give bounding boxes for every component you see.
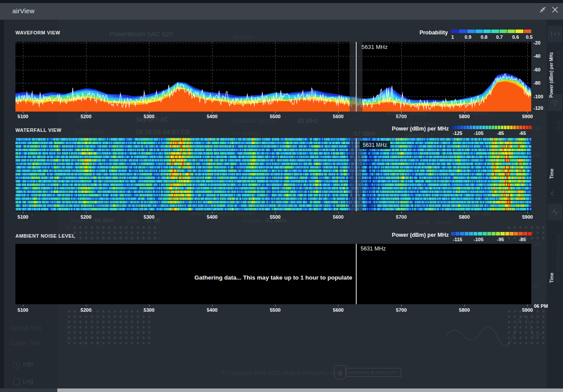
colorbar-tick-label: -115 xyxy=(453,237,462,242)
power-tick-label: -120 xyxy=(533,105,543,111)
ambient-section-header: AMBIENT NOISE LEVEL xyxy=(15,233,75,239)
ghost-text: CHANNEL WIDTH xyxy=(233,119,275,124)
ambient-marker-line xyxy=(356,244,357,304)
ghost-text: Latency 0.3 xyxy=(406,132,433,138)
ghost-text: -12 xyxy=(65,325,71,329)
ghost-text: -16 xyxy=(80,340,86,345)
frequency-tick-label: 5200 xyxy=(81,214,91,220)
colorbar-segment xyxy=(510,126,513,129)
ghost-text: 16 xyxy=(65,225,70,230)
sidebar-item-info: Info xyxy=(23,361,33,368)
power-tick-label: -40 xyxy=(533,53,541,59)
airview-window: PowerBeam 5AC 620MEMORYSSIDSkyNET-ACWLAN… xyxy=(0,0,563,392)
colorbar-segment xyxy=(501,126,503,129)
ghost-text: 200 xyxy=(533,126,541,131)
colorbar-tick-label: 1 xyxy=(451,34,454,40)
colorbar-segment xyxy=(529,126,532,129)
waterfall-chart-canvas[interactable] xyxy=(15,138,531,211)
colorbar-segment xyxy=(492,126,494,129)
axis-tick-mark xyxy=(23,305,23,306)
axis-tick-mark xyxy=(401,305,402,306)
probability-colorbar-ticks: 10.90.80.70.60.5 xyxy=(451,34,532,40)
ghost-text: MEMORY xyxy=(233,34,256,40)
colorbar-segment xyxy=(496,232,500,235)
colorbar-segment xyxy=(466,126,469,129)
colorbar-segment xyxy=(469,232,473,235)
frequency-tick-label: 5200 xyxy=(81,307,91,313)
window-left-edge xyxy=(0,20,4,389)
waveform-section-header: WAVEFORM VIEW xyxy=(15,30,60,35)
axis-tick-mark xyxy=(464,305,465,306)
colorbar-tick-label: -65 xyxy=(519,131,526,136)
horizontal-scrollbar-thumb[interactable] xyxy=(57,388,563,392)
colorbar-tick-label: -105 xyxy=(474,131,484,136)
colorbar-segment xyxy=(514,232,518,235)
colorbar-segment xyxy=(515,30,523,33)
colorbar-segment xyxy=(465,232,469,235)
colorbar-segment xyxy=(476,126,479,129)
colorbar-tick-label: -85 xyxy=(497,131,504,136)
colorbar-segment xyxy=(482,126,485,129)
frequency-tick-label: 5300 xyxy=(144,307,154,313)
log-icon xyxy=(13,378,20,385)
background-sparkline xyxy=(445,311,544,346)
colorbar-segment xyxy=(500,30,507,33)
colorbar-segment xyxy=(491,30,499,33)
axis-tick-mark xyxy=(149,305,149,306)
frequency-tick-label: 5100 xyxy=(18,214,28,220)
ghost-text: RF Performance xyxy=(554,234,562,282)
ghost-text: -70 xyxy=(533,243,539,247)
ghost-text: Speed Test xyxy=(11,325,41,332)
waterfall-marker-line xyxy=(356,138,357,211)
ambient-colorbar-ticks: -115-105-95-85 xyxy=(451,237,532,242)
colorbar-tick-label: 0.7 xyxy=(496,34,503,40)
antenna-icon xyxy=(550,29,560,39)
frequency-tick-label: 5600 xyxy=(333,214,343,220)
waterfall-colorbar xyxy=(451,126,532,129)
waveform-chart-canvas[interactable] xyxy=(15,42,531,112)
waveform-marker-label: 5631 MHz xyxy=(362,44,388,50)
minimize-button[interactable] xyxy=(538,5,547,14)
dialog-title-bar xyxy=(0,3,563,20)
axis-tick-mark xyxy=(275,212,276,213)
waveform-marker-line xyxy=(356,42,357,112)
colorbar-segment xyxy=(451,30,459,33)
ghost-text: -57 dBm xyxy=(352,130,375,137)
footer-copyright: © Copyright 2006-2016 Ubiquiti Networks,… xyxy=(221,370,339,376)
axis-tick-mark xyxy=(212,305,213,306)
axis-tick-mark xyxy=(149,112,149,113)
close-button[interactable] xyxy=(551,5,559,14)
waterfall-section-header: WATERFALL VIEW xyxy=(15,127,61,133)
ghost-text: RX SIGNAL xyxy=(233,131,260,136)
colorbar-segment xyxy=(475,30,483,33)
colorbar-segment xyxy=(500,232,504,235)
colorbar-tick-label: 0.6 xyxy=(512,34,519,40)
colorbar-segment xyxy=(519,126,522,129)
background-constellation-local xyxy=(72,225,160,243)
ambient-time-axis-title: Time xyxy=(549,273,554,283)
info-icon: i xyxy=(13,362,20,369)
ambient-colorbar xyxy=(451,232,532,235)
colorbar-tick-label: 0.8 xyxy=(481,34,487,40)
colorbar-segment xyxy=(507,30,515,33)
frequency-tick-label: 5600 xyxy=(333,307,343,313)
waterfall-marker-label: 5631 MHz xyxy=(360,141,390,149)
colorbar-segment xyxy=(457,126,460,129)
axis-tick-mark xyxy=(86,305,86,306)
colorbar-segment xyxy=(522,126,525,129)
colorbar-tick-label: -125 xyxy=(453,131,462,136)
sidebar-item-log: Log xyxy=(23,377,33,385)
ghost-text: Local xyxy=(417,220,429,225)
colorbar-segment xyxy=(459,30,466,33)
background-constellation-local-lower xyxy=(66,309,153,347)
colorbar-segment xyxy=(524,30,531,33)
colorbar-segment xyxy=(460,126,463,129)
colorbar-segment xyxy=(495,126,497,129)
ghost-text: -12 xyxy=(95,340,101,345)
axis-tick-mark xyxy=(275,112,276,113)
power-tick-label: -80 xyxy=(533,80,541,86)
frequency-tick-label: 5800 xyxy=(459,214,470,220)
ghost-text: CINR (dB) xyxy=(466,210,491,217)
frequency-tick-label: 5700 xyxy=(396,214,406,220)
colorbar-segment xyxy=(492,232,496,235)
